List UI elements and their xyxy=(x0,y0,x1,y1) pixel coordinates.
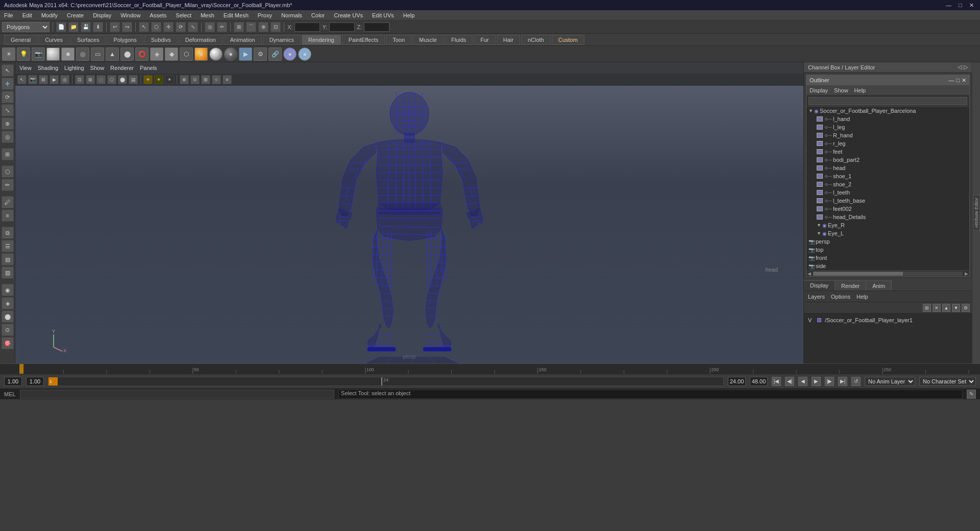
outliner-item[interactable]: 📷side xyxy=(806,262,969,270)
move-tool-icon[interactable]: ✛ xyxy=(163,22,174,32)
x-coord-input[interactable] xyxy=(295,22,320,32)
paint-select-icon[interactable]: ✏ xyxy=(217,22,227,32)
menu-edit-uvs[interactable]: Edit UVs xyxy=(370,11,396,19)
outliner-item[interactable]: o—feet002 xyxy=(806,205,969,213)
shelf-ipr-icon[interactable]: ● xyxy=(283,47,297,61)
rotate-tool-btn[interactable]: ⟳ xyxy=(2,91,14,103)
tab-surfaces[interactable]: Surfaces xyxy=(70,35,106,45)
layer-up-btn[interactable]: ▲ xyxy=(942,304,950,312)
menu-edit[interactable]: Edit xyxy=(20,11,34,19)
snap-view-icon[interactable]: ⊡ xyxy=(271,22,281,32)
shelf-misc3-icon[interactable]: ⬡ xyxy=(180,47,193,61)
vp-texture-icon[interactable]: ▤ xyxy=(129,75,138,84)
tab-ncloth[interactable]: nCloth xyxy=(521,35,551,45)
vp-smooth-icon[interactable]: ◌ xyxy=(96,75,106,84)
outliner-menu-display[interactable]: Display xyxy=(810,87,828,93)
vp-bookmarks-icon[interactable]: ⊹ xyxy=(212,75,221,84)
outliner-scroll-left[interactable]: ◀ xyxy=(807,271,811,276)
outliner-item[interactable]: 📷persp xyxy=(806,237,969,246)
shelf-material1-icon[interactable]: ● xyxy=(194,47,208,61)
layer-visibility[interactable]: V xyxy=(808,317,815,323)
viewport[interactable]: View Shading Lighting Show Renderer Pane… xyxy=(15,62,803,364)
menu-normals[interactable]: Normals xyxy=(279,11,304,19)
vp-select-icon[interactable]: ↖ xyxy=(17,75,27,84)
vp-snap1-icon[interactable]: ⊕ xyxy=(180,75,189,84)
go-end-btn[interactable]: ▶| xyxy=(838,377,847,386)
outliner-item[interactable]: ▼◉Eye_L xyxy=(806,229,969,237)
outliner-search-input[interactable] xyxy=(808,97,967,105)
outliner-item[interactable]: o—shoe_2 xyxy=(806,180,969,188)
layer-new-btn[interactable]: ⊞ xyxy=(923,304,931,312)
soft-mod-btn[interactable]: ◎ xyxy=(2,131,14,143)
tab-fluids[interactable]: Fluids xyxy=(445,35,473,45)
current-frame-input[interactable] xyxy=(26,377,44,386)
vp-hud-icon[interactable]: ⊞ xyxy=(201,75,210,84)
shelf-misc1-icon[interactable]: ◈ xyxy=(150,47,163,61)
lasso-select-btn[interactable]: ⬡ xyxy=(2,165,14,178)
minimize-btn[interactable]: — xyxy=(944,2,953,9)
vp-light1-icon[interactable]: ☀ xyxy=(143,75,153,84)
tab-hair[interactable]: Hair xyxy=(497,35,520,45)
scale-tool-btn[interactable]: ⤡ xyxy=(2,104,14,116)
channel-box-icon1[interactable]: ◁ xyxy=(958,64,962,70)
tab-curves[interactable]: Curves xyxy=(38,35,69,45)
outliner-item[interactable]: o—l_teeth xyxy=(806,188,969,197)
shelf-material2-icon[interactable]: ● xyxy=(209,47,223,61)
shelf-cone-icon[interactable]: ▲ xyxy=(106,47,119,61)
layer-tab-anim[interactable]: Anim xyxy=(866,280,892,291)
outliner-item[interactable]: ▼◉Eye_R xyxy=(806,221,969,229)
outliner-item[interactable]: 📷front xyxy=(806,254,969,262)
menu-create[interactable]: Create xyxy=(65,11,86,19)
play-btn[interactable]: ▶ xyxy=(812,377,821,386)
misc-tool-4[interactable]: ⊙ xyxy=(2,324,14,336)
attr-editor-tab-label[interactable]: Attribute Editor xyxy=(973,195,980,231)
shelf-torus-icon[interactable]: ◎ xyxy=(76,47,89,61)
soft-select-icon[interactable]: ◎ xyxy=(205,22,215,32)
shelf-hypershade-icon[interactable]: 🔗 xyxy=(268,47,282,61)
menu-edit-mesh[interactable]: Edit Mesh xyxy=(222,11,251,19)
tab-animation[interactable]: Animation xyxy=(224,35,262,45)
outliner-menu-show[interactable]: Show xyxy=(834,87,848,93)
select-tool-btn[interactable]: ↖ xyxy=(2,64,14,77)
tab-custom[interactable]: Custom xyxy=(552,35,584,45)
anim-layer-selector[interactable]: No Anim Layer xyxy=(865,377,915,386)
channel-box-icon2[interactable]: ▷ xyxy=(964,64,968,70)
outliner-menu-help[interactable]: Help xyxy=(854,87,866,93)
render-layer-btn[interactable]: ▤ xyxy=(2,253,14,266)
menu-create-uvs[interactable]: Create UVs xyxy=(332,11,365,19)
snap-point-icon[interactable]: ⊕ xyxy=(258,22,268,32)
outliner-item[interactable]: o—head_Details xyxy=(806,213,969,221)
shelf-render3-icon[interactable]: ● xyxy=(298,47,311,61)
rotate-tool-icon[interactable]: ⟳ xyxy=(176,22,186,32)
vp-light2-icon[interactable]: ☀ xyxy=(154,75,163,84)
shelf-cube-icon[interactable]: ■ xyxy=(61,47,75,61)
undo-icon[interactable]: ↩ xyxy=(110,22,120,32)
mel-input[interactable] xyxy=(20,390,334,399)
start-frame-input[interactable] xyxy=(4,377,22,386)
shelf-misc2-icon[interactable]: ◆ xyxy=(165,47,178,61)
outliner-item[interactable]: o—head xyxy=(806,164,969,172)
outliner-item[interactable]: o—l_hand xyxy=(806,115,969,123)
misc-tool-2[interactable]: ◈ xyxy=(2,297,14,309)
vp-solid-icon[interactable]: ⬤ xyxy=(118,75,127,84)
tab-polygons[interactable]: Polygons xyxy=(107,35,143,45)
shelf-graph-icon[interactable]: ⚙ xyxy=(254,47,267,61)
misc-tool-3[interactable]: ⬤ xyxy=(2,310,14,323)
lasso-tool-icon[interactable]: ⬡ xyxy=(151,22,161,32)
layer-tools-btn[interactable]: ⧉ xyxy=(2,227,14,239)
outliner-item[interactable]: o—l_teeth_base xyxy=(806,197,969,205)
shelf-material3-icon[interactable]: ● xyxy=(224,47,237,61)
new-scene-icon[interactable]: 📄 xyxy=(56,22,66,32)
vp-display-icon[interactable]: ⊞ xyxy=(39,75,48,84)
vp-menu-show[interactable]: Show xyxy=(90,65,105,71)
vp-menu-shading[interactable]: Shading xyxy=(38,65,58,71)
tab-dynamics[interactable]: Dynamics xyxy=(263,35,301,45)
crease-btn[interactable]: ≡ xyxy=(2,209,14,222)
move-tool-btn[interactable]: ✛ xyxy=(2,78,14,90)
outliner-minimize-btn[interactable]: — xyxy=(948,77,954,84)
vp-camera-icon[interactable]: 📷 xyxy=(28,75,37,84)
mode-selector[interactable]: Polygons Object Mode xyxy=(2,22,50,32)
shelf-render2-icon[interactable]: ▶ xyxy=(239,47,252,61)
show-manip-btn[interactable]: ⊞ xyxy=(2,148,14,160)
open-scene-icon[interactable]: 📁 xyxy=(68,22,79,32)
